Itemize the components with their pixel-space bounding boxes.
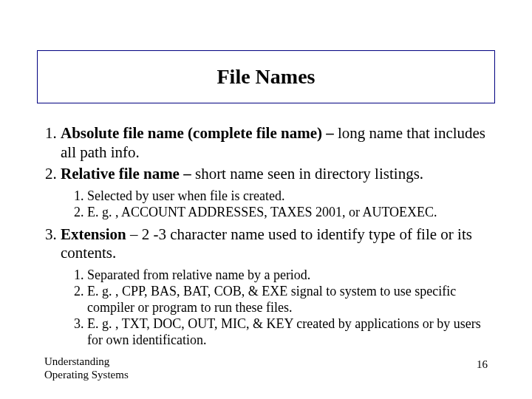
list-item: E. g. , ACCOUNT ADDRESSES, TAXES 2001, o… bbox=[87, 205, 495, 221]
footer-line2: Operating Systems bbox=[44, 369, 129, 381]
term: Absolute file name (complete file name) … bbox=[61, 124, 338, 142]
list-item: Selected by user when file is created. bbox=[87, 188, 495, 205]
list-item: E. g. , TXT, DOC, OUT, MIC, & KEY create… bbox=[87, 316, 495, 349]
title-box: File Names bbox=[37, 50, 495, 103]
slide-body: Absolute file name (complete file name) … bbox=[37, 124, 495, 353]
list-item: Extension – 2 -3 character name used to … bbox=[61, 225, 495, 349]
list-item: Absolute file name (complete file name) … bbox=[61, 124, 495, 162]
slide-title: File Names bbox=[217, 65, 316, 89]
desc: short name seen in directory listings. bbox=[195, 165, 423, 183]
outer-list: Absolute file name (complete file name) … bbox=[37, 124, 495, 349]
term: Relative file name – bbox=[61, 165, 195, 183]
list-item: Separated from relative name by a period… bbox=[87, 267, 495, 284]
footer-line1: Understanding bbox=[44, 355, 109, 367]
footer-left: Understanding Operating Systems bbox=[44, 355, 129, 381]
list-item: Relative file name – short name seen in … bbox=[61, 165, 495, 221]
page-number: 16 bbox=[477, 358, 488, 371]
list-item: E. g. , CPP, BAS, BAT, COB, & EXE signal… bbox=[87, 284, 495, 316]
inner-list: Selected by user when file is created. E… bbox=[61, 188, 495, 221]
slide: File Names Absolute file name (complete … bbox=[0, 0, 532, 399]
inner-list: Separated from relative name by a period… bbox=[61, 267, 495, 349]
term: Extension bbox=[61, 225, 126, 243]
